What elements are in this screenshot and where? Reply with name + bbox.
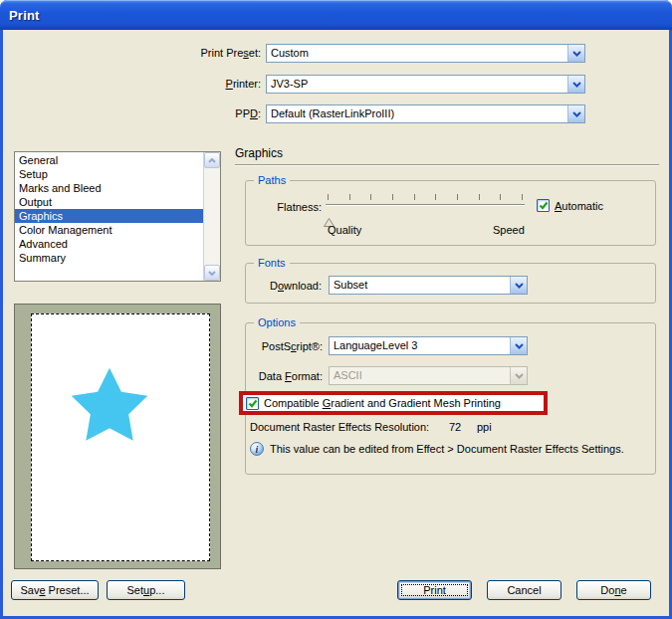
download-label: Download:: [246, 277, 322, 296]
button-label: Cancel: [507, 584, 541, 596]
print-button[interactable]: Print: [397, 580, 472, 600]
list-item-setup[interactable]: Setup: [15, 167, 203, 181]
heading-separator: [235, 164, 659, 166]
star-graphic: [68, 366, 151, 446]
slider-ticks: [328, 194, 523, 201]
label-text: p...: [149, 584, 164, 596]
setup-button[interactable]: Setup...: [107, 580, 185, 600]
dropdown-arrow-icon[interactable]: [567, 105, 584, 122]
list-item-color-management[interactable]: Color Management: [15, 223, 203, 237]
highlight-annotation: Compatible Gradient and Gradient Mesh Pr…: [239, 391, 548, 415]
list-item-output[interactable]: Output: [15, 195, 203, 209]
print-dialog-window: Print Print Preset: Custom Printer: JV3-…: [0, 0, 672, 619]
options-legend: Options: [254, 315, 300, 329]
download-select[interactable]: Subset: [329, 276, 528, 295]
slider-track[interactable]: [326, 204, 525, 206]
flatness-label: Flatness:: [246, 198, 322, 217]
info-note-text: This value can be edited from Effect > D…: [270, 443, 624, 455]
label-text: utomatic: [561, 200, 603, 212]
label-mnemonic: F: [285, 370, 292, 382]
scroll-down-icon[interactable]: [204, 265, 220, 281]
label-text: PostS: [262, 340, 291, 352]
list-item-marks-and-bleed[interactable]: Marks and Bleed: [15, 181, 203, 195]
paths-group: Paths Flatness: Quality Speed Automatic: [245, 180, 656, 246]
print-preview: [14, 304, 221, 569]
ppd-value: Default (RasterLinkProIII): [267, 105, 567, 122]
data-format-value: ASCII: [330, 367, 510, 384]
label-text: radient and Gradient Mesh Printing: [331, 397, 501, 409]
printer-select[interactable]: JV3-SP: [266, 75, 585, 94]
dropdown-arrow-icon[interactable]: [567, 76, 584, 93]
ppd-select[interactable]: Default (RasterLinkProIII): [266, 104, 585, 123]
fonts-legend: Fonts: [254, 256, 290, 270]
print-preset-value: Custom: [267, 45, 567, 62]
printer-label: Printer:: [103, 75, 261, 94]
label-text: Sav: [20, 584, 39, 596]
button-label: Setup...: [127, 584, 165, 596]
postscript-label: PostScript®:: [246, 337, 323, 356]
label-text: ormat:: [292, 370, 323, 382]
automatic-checkbox-row: Automatic: [537, 199, 603, 212]
save-preset-button[interactable]: Save Preset...: [11, 580, 99, 600]
data-format-label: Data Format:: [246, 367, 323, 386]
window-title: Print: [9, 8, 40, 23]
done-button[interactable]: Done: [576, 580, 651, 600]
list-item-summary[interactable]: Summary: [15, 251, 203, 265]
paths-legend: Paths: [254, 173, 290, 187]
scroll-up-icon[interactable]: [204, 152, 220, 168]
label-mnemonic: P: [226, 78, 233, 90]
preview-page[interactable]: [31, 313, 210, 561]
postscript-select[interactable]: LanguageLevel 3: [329, 336, 528, 355]
title-bar[interactable]: Print: [0, 0, 672, 30]
label-text: Preset...: [46, 584, 90, 596]
button-label: Save Preset...: [20, 584, 89, 596]
download-value: Subset: [330, 277, 510, 294]
label-text: Data: [259, 370, 285, 382]
printer-value: JV3-SP: [267, 76, 567, 93]
raster-resolution-label: Document Raster Effects Resolution:: [250, 421, 429, 433]
label-text: :: [258, 107, 261, 119]
print-preset-select[interactable]: Custom: [266, 44, 585, 63]
print-preset-label: Print Preset:: [103, 44, 261, 63]
focus-rectangle: [401, 584, 468, 596]
panel-heading: Graphics: [235, 146, 283, 160]
label-text: PP: [235, 107, 250, 119]
fonts-group: Fonts Download: Subset: [245, 263, 656, 304]
dropdown-arrow-icon[interactable]: [510, 277, 527, 294]
label-text: Set: [127, 584, 144, 596]
sections-list: General Setup Marks and Bleed Output Gra…: [15, 153, 203, 265]
label-mnemonic: G: [323, 397, 332, 409]
raster-resolution-value: 72: [449, 421, 461, 433]
automatic-label: Automatic: [555, 200, 603, 212]
label-text: ript®:: [297, 340, 323, 352]
cancel-button[interactable]: Cancel: [487, 580, 561, 600]
label-text: Do: [600, 584, 614, 596]
compatible-gradient-label: Compatible Gradient and Gradient Mesh Pr…: [264, 397, 501, 409]
label-text: Print Pre: [200, 47, 243, 59]
dropdown-arrow-icon[interactable]: [510, 337, 527, 354]
dropdown-arrow-icon: [510, 367, 527, 384]
compatible-gradient-checkbox[interactable]: [246, 397, 259, 410]
label-text: wnload:: [284, 280, 322, 292]
list-item-advanced[interactable]: Advanced: [15, 237, 203, 251]
list-item-general[interactable]: General: [15, 153, 203, 167]
label-text: e: [621, 584, 627, 596]
automatic-checkbox[interactable]: [537, 199, 550, 212]
label-text: Compatible: [264, 397, 323, 409]
button-label: Done: [600, 584, 626, 596]
list-scrollbar[interactable]: [203, 152, 220, 281]
ppd-label: PPD:: [103, 104, 261, 123]
info-note-row: i This value can be edited from Effect >…: [250, 442, 624, 456]
data-format-select: ASCII: [329, 366, 528, 385]
label-text: et:: [249, 47, 261, 59]
flatness-slider[interactable]: Quality Speed: [326, 194, 525, 236]
sections-listbox: General Setup Marks and Bleed Output Gra…: [14, 151, 221, 282]
dialog-content: Print Preset: Custom Printer: JV3-SP PPD…: [3, 30, 669, 616]
raster-resolution-unit: ppi: [477, 421, 492, 433]
postscript-value: LanguageLevel 3: [330, 337, 510, 354]
label-mnemonic: D: [250, 107, 258, 119]
list-item-graphics[interactable]: Graphics: [15, 209, 203, 223]
speed-caption: Speed: [493, 224, 525, 236]
label-text: rinter:: [233, 78, 261, 90]
dropdown-arrow-icon[interactable]: [567, 45, 584, 62]
